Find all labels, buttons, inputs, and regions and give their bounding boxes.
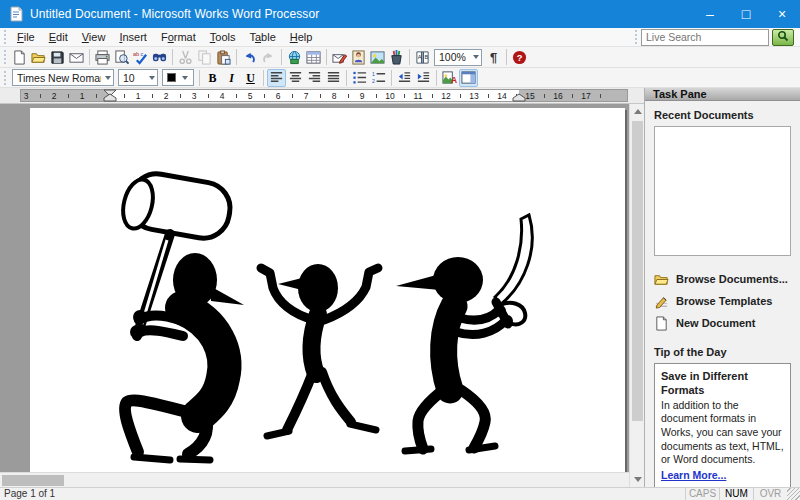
scroll-down-arrow[interactable] xyxy=(630,472,644,487)
paste-button[interactable] xyxy=(214,48,233,66)
ruler-tick xyxy=(180,94,181,98)
toolbar-separator xyxy=(89,49,90,65)
format-gallery-button[interactable]: A xyxy=(440,69,459,87)
task-pane-toggle-button[interactable] xyxy=(459,69,478,87)
zoom-select[interactable]: 100% xyxy=(434,49,482,66)
menu-item-help[interactable]: Help xyxy=(283,28,320,47)
learn-more-link[interactable]: Learn More... xyxy=(661,469,726,483)
menu-item-tools[interactable]: Tools xyxy=(203,28,243,47)
menu-item-insert[interactable]: Insert xyxy=(112,28,154,47)
align-justify-button[interactable] xyxy=(324,69,343,87)
task-pane-link-new-document[interactable]: New Document xyxy=(654,312,791,334)
cut-button xyxy=(176,48,195,66)
new-document-button[interactable] xyxy=(10,48,29,66)
numbering-button[interactable]: 12 xyxy=(369,69,388,87)
decrease-indent-button[interactable] xyxy=(395,69,414,87)
resize-grip[interactable] xyxy=(787,488,800,500)
title-bar: Untitled Document - Microsoft Works Word… xyxy=(0,0,800,28)
send-email-button[interactable] xyxy=(330,48,349,66)
mail-button[interactable] xyxy=(67,48,86,66)
help-button[interactable]: ? xyxy=(510,48,529,66)
open-document-button[interactable] xyxy=(29,48,48,66)
undo-button[interactable] xyxy=(240,48,259,66)
ruler-number: 2 xyxy=(161,91,171,101)
ruler-number: 15 xyxy=(525,91,535,101)
ruler-number: 7 xyxy=(301,91,311,101)
address-book-icon xyxy=(351,50,366,65)
menu-item-format[interactable]: Format xyxy=(154,28,203,47)
ruler-number: 1 xyxy=(77,91,87,101)
menu-item-table[interactable]: Table xyxy=(242,28,282,47)
bold-button[interactable]: B xyxy=(203,69,222,87)
maximize-button[interactable]: □ xyxy=(728,0,764,28)
underline-button[interactable]: U xyxy=(241,69,260,87)
status-indicator-ovr: OVR xyxy=(753,488,787,500)
ruler-number: 14 xyxy=(497,91,507,101)
scroll-up-arrow[interactable] xyxy=(630,104,644,119)
find-icon xyxy=(152,50,167,65)
task-pane-link-label: Browse Documents... xyxy=(676,273,788,285)
task-pane-link-browse-documents[interactable]: Browse Documents... xyxy=(654,268,791,290)
clip-art-button[interactable] xyxy=(387,48,406,66)
vertical-scroll-thumb[interactable] xyxy=(632,121,643,421)
formatting-marks-button[interactable]: ¶ xyxy=(484,48,503,66)
ruler-tick xyxy=(460,94,461,98)
align-right-button[interactable] xyxy=(305,69,324,87)
task-pane-link-browse-templates[interactable]: Browse Templates xyxy=(654,290,791,312)
insert-table-button[interactable] xyxy=(304,48,323,66)
font-name-select[interactable]: Times New Roman xyxy=(12,69,114,86)
editor-column: 3211234567891011121314151617 xyxy=(0,88,644,487)
svg-text:A: A xyxy=(418,54,422,60)
redo-button xyxy=(259,48,278,66)
clip-art-icon xyxy=(389,50,404,65)
document-drawing[interactable] xyxy=(30,108,625,472)
print-preview-button[interactable] xyxy=(112,48,131,66)
ruler-tick xyxy=(600,94,601,98)
bullets-button[interactable] xyxy=(350,69,369,87)
formatting-grip xyxy=(3,71,8,85)
minimize-button[interactable]: – xyxy=(692,0,728,28)
underline-icon: U xyxy=(246,70,255,86)
ruler-tick xyxy=(376,94,377,98)
task-pane-link-label: New Document xyxy=(676,317,755,329)
font-size-select[interactable]: 10 xyxy=(118,69,158,86)
live-search xyxy=(631,29,794,46)
toolbar-grip xyxy=(3,50,8,64)
increase-indent-button[interactable] xyxy=(414,69,433,87)
insert-picture-button[interactable] xyxy=(368,48,387,66)
ruler-tick xyxy=(320,94,321,98)
svg-text:1: 1 xyxy=(372,71,375,77)
horizontal-scrollbar[interactable] xyxy=(0,472,629,487)
svg-text:B: B xyxy=(424,54,428,60)
dictionary-button[interactable]: AB xyxy=(413,48,432,66)
copy-icon xyxy=(197,50,212,65)
font-color-select[interactable] xyxy=(162,69,194,86)
vertical-scrollbar[interactable] xyxy=(629,104,644,487)
menu-item-file[interactable]: File xyxy=(10,28,42,47)
task-pane: Task Pane Recent Documents Browse Docume… xyxy=(644,88,800,487)
align-center-button[interactable] xyxy=(286,69,305,87)
toolbar-separator xyxy=(263,70,264,86)
insert-hyperlink-button[interactable] xyxy=(285,48,304,66)
formatting-toolbar: Times New Roman10BIU12A xyxy=(0,68,800,88)
chevron-down-icon xyxy=(105,76,111,80)
document-page[interactable] xyxy=(30,108,625,472)
print-button[interactable] xyxy=(93,48,112,66)
save-button[interactable] xyxy=(48,48,67,66)
spelling-check-button[interactable]: abc xyxy=(131,48,150,66)
horizontal-scroll-thumb[interactable] xyxy=(2,475,64,486)
window-controls: –□× xyxy=(692,0,800,28)
align-left-button[interactable] xyxy=(267,69,286,87)
italic-button[interactable]: I xyxy=(222,69,241,87)
search-grip xyxy=(634,30,639,44)
address-book-button[interactable] xyxy=(349,48,368,66)
search-button[interactable] xyxy=(772,29,794,46)
menu-item-edit[interactable]: Edit xyxy=(42,28,75,47)
status-bar: Page 1 of 1 CAPSNUMOVR xyxy=(0,487,800,500)
close-button[interactable]: × xyxy=(764,0,800,28)
align-justify-icon xyxy=(326,70,341,85)
menu-item-view[interactable]: View xyxy=(75,28,113,47)
find-button[interactable] xyxy=(150,48,169,66)
live-search-input[interactable] xyxy=(641,29,769,46)
font-size-select-value: 10 xyxy=(123,72,145,84)
